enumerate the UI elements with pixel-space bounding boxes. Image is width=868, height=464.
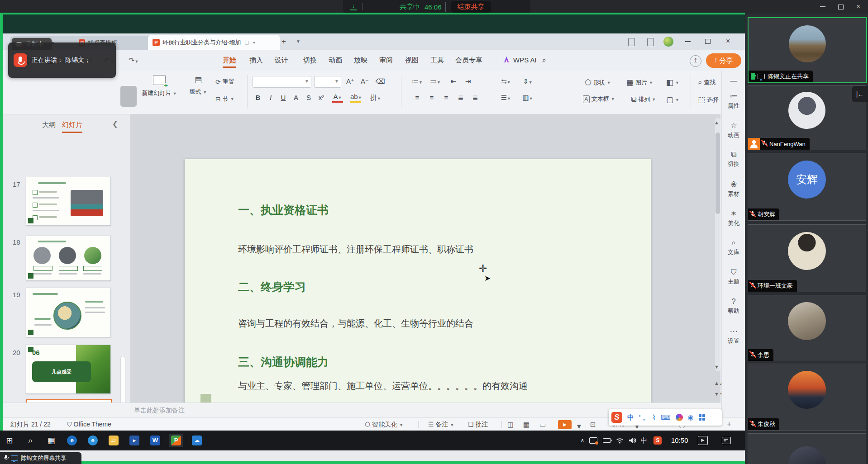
menu-wps-ai[interactable]: WPS AI (513, 56, 537, 64)
scroll-up-arrow-icon[interactable]: ▲ (714, 120, 719, 125)
reset-button[interactable]: ⟳ 重置 (215, 78, 234, 86)
tab-list-chevron-icon[interactable]: ▼ (296, 39, 300, 44)
reading-view-icon[interactable]: ▭ (539, 421, 546, 429)
rail-beautify[interactable]: ✶美化 (722, 209, 745, 227)
align-left-icon[interactable]: ≡ (412, 92, 423, 103)
wps-minimize-button[interactable] (685, 41, 691, 42)
tab-slides[interactable]: 幻灯片 (62, 121, 82, 133)
rail-library[interactable]: ⌕文库 (722, 238, 745, 256)
layout-button[interactable]: ▤ 版式 ▼ (185, 75, 212, 96)
rail-help[interactable]: ?帮助 (722, 297, 745, 315)
slide-thumbnail-18[interactable] (26, 236, 111, 281)
pinyin-button[interactable]: 拼▼ (370, 92, 381, 103)
shape-fill-button[interactable]: ◧▼ (666, 78, 679, 87)
vertical-scrollbar-thumb[interactable] (715, 133, 720, 214)
char-spacing-icon[interactable]: ⇕▼ (522, 76, 533, 87)
find-button[interactable]: ⌕ 查找 (698, 78, 716, 87)
edge-browser-icon[interactable]: e (65, 434, 79, 447)
fit-slide-icon[interactable]: ⊡ (590, 421, 596, 429)
numbered-list-icon[interactable]: ≕▼ (430, 76, 441, 87)
word-icon[interactable]: W (148, 434, 162, 447)
soft-keyboard-icon[interactable]: ⌨ (661, 413, 671, 421)
media-app-icon[interactable]: ▸ (128, 434, 141, 447)
game-mode-icon[interactable]: ◉ (688, 413, 694, 421)
cast-tray-icon[interactable] (587, 434, 600, 447)
bold-button[interactable]: B (253, 92, 263, 103)
textbox-button[interactable]: A 文本框 ▼ (583, 95, 615, 103)
underline-button[interactable]: U (278, 92, 289, 103)
quick-style-button[interactable]: ▢▼ (666, 95, 679, 104)
rail-assets[interactable]: ❀素材 (722, 180, 745, 198)
stop-share-button[interactable]: 结束共享 (451, 1, 491, 13)
font-name-select[interactable]: ▼ (253, 76, 311, 88)
menu-slideshow[interactable]: 放映 (354, 56, 367, 65)
download-icon[interactable]: ↓ (350, 3, 357, 10)
rail-transition[interactable]: ⧉切换 (722, 150, 745, 168)
participant-tile[interactable]: 朱俊秋 (748, 364, 866, 431)
sidebar-collapse-handle[interactable]: |← (852, 86, 868, 102)
rail-theme[interactable]: ⛉主题 (722, 268, 745, 286)
participant-tile[interactable]: 陈锦文正在共享 (748, 17, 867, 83)
participant-tile[interactable]: 环境一班文豪 (748, 224, 866, 292)
participant-tile[interactable]: 安辉 胡安辉 (748, 153, 866, 221)
taskbar-clock[interactable]: 10:50 (671, 436, 688, 444)
rail-settings[interactable]: ⋯设置 (722, 327, 745, 345)
tab-pin-icon[interactable]: ▢ (244, 39, 249, 45)
meeting-minimize-button[interactable] (820, 6, 825, 7)
participant-tile[interactable]: 李思 (748, 295, 866, 361)
font-size-select[interactable]: ▼ (314, 76, 341, 88)
ime-mode-tray[interactable]: 中 (637, 434, 651, 447)
slideshow-play-button[interactable]: ▶ (558, 420, 572, 429)
slide-thumbnail-20[interactable]: 06 几点感受 (26, 345, 111, 394)
italic-button[interactable]: I (265, 92, 276, 103)
slide-thumbnail-19[interactable] (26, 288, 111, 337)
user-avatar[interactable] (663, 37, 673, 47)
share-button[interactable]: ⤴ 分享 (706, 53, 741, 68)
menu-home[interactable]: 开始 (223, 56, 236, 68)
superscript-button[interactable]: x² (316, 92, 327, 103)
collapse-panel-icon[interactable]: ❮ (112, 120, 118, 128)
normal-view-icon[interactable]: ◫ (507, 421, 514, 429)
voice-input-icon[interactable]: ⌇ (653, 413, 656, 421)
theme-button[interactable]: ⛉Office Theme (67, 421, 111, 428)
comments-button[interactable]: ❏批注 (468, 421, 488, 429)
strikethrough-button[interactable]: A (291, 92, 301, 103)
distribute-icon[interactable]: ≣ (470, 92, 481, 103)
rail-animation[interactable]: ☆动画 (722, 121, 745, 139)
increase-font-icon[interactable]: A⁺ (345, 76, 356, 87)
zoom-in-icon[interactable]: + (727, 420, 731, 429)
browser-icon[interactable]: e (86, 434, 100, 447)
task-view-icon[interactable]: ▦ (44, 434, 58, 447)
bullet-list-icon[interactable]: ≔▼ (412, 76, 423, 87)
rail-collapse-icon[interactable]: — (722, 77, 745, 85)
shadow-button[interactable]: S (303, 92, 314, 103)
menu-animation[interactable]: 动画 (329, 56, 342, 65)
toolbox-grid-icon[interactable] (699, 414, 705, 421)
line-spacing-icon[interactable]: ☰▼ (501, 92, 511, 103)
slide-thumbnail-17[interactable] (26, 177, 111, 226)
slide-canvas[interactable]: 一、执业资格证书 环境影响评价工程师证书、注册环保工程师证书、职称证书 二、终身… (185, 159, 651, 422)
menu-insert[interactable]: 插入 (249, 56, 263, 65)
text-direction-icon[interactable]: ⇋▼ (501, 76, 511, 87)
speaker-notes-button[interactable]: ☰备注 ▼ (428, 421, 454, 429)
action-center-icon[interactable] (720, 434, 733, 447)
wps-restore-button[interactable] (705, 39, 711, 44)
clear-format-icon[interactable]: ⌫ (375, 76, 386, 87)
rail-properties[interactable]: ≔属性 (722, 91, 745, 110)
start-button[interactable]: ⊞ (3, 434, 16, 447)
select-button[interactable]: ⬚ 选择 ▼ (698, 95, 725, 104)
decrease-font-icon[interactable]: A⁻ (359, 76, 370, 87)
align-center-icon[interactable]: ≡ (426, 92, 437, 103)
video-tray-icon[interactable]: ▶ (696, 434, 710, 447)
wps-ai-icon[interactable] (504, 57, 511, 62)
wps-taskbar-icon[interactable]: P (169, 434, 183, 447)
paste-button[interactable] (120, 86, 137, 107)
doc-protect-icon[interactable] (628, 38, 635, 46)
taskbar-search-icon[interactable]: ⌕ (24, 434, 37, 447)
smart-beautify-button[interactable]: ⬡智能美化 ▼ (365, 421, 403, 429)
arrange-button[interactable]: ⧉ 排列 ▼ (631, 95, 656, 104)
upload-share-icon[interactable]: ↥ (690, 55, 701, 67)
skin-palette-icon[interactable] (676, 414, 683, 421)
participant-tile[interactable]: NanFengWan (748, 85, 866, 150)
menu-design[interactable]: 设计 (275, 56, 288, 65)
